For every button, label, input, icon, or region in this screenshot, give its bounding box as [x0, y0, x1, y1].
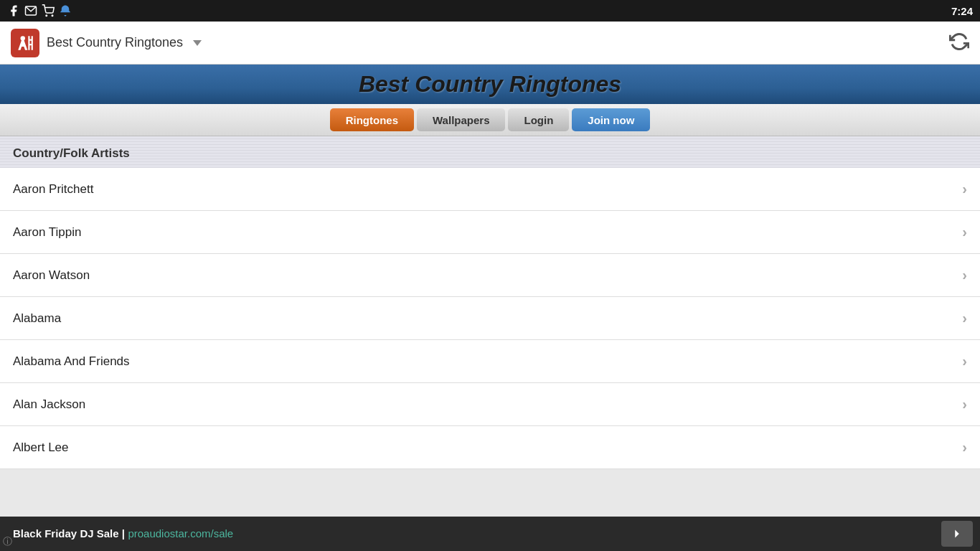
chevron-right-icon: ›	[962, 396, 967, 413]
status-icons	[7, 4, 72, 17]
header-banner: Best Country Ringtones	[0, 65, 980, 104]
toolbar-left: Best Country Ringtones	[11, 29, 202, 57]
nav-bar: Ringtones Wallpapers Login Join now	[0, 104, 980, 136]
chevron-right-icon: ›	[962, 224, 967, 240]
artist-name: Albert Lee	[13, 441, 69, 455]
notification-icon	[59, 4, 72, 17]
artist-row[interactable]: Aaron Tippin ›	[0, 211, 980, 254]
artist-name: Aaron Watson	[13, 268, 90, 283]
svg-point-2	[52, 15, 53, 17]
artist-row[interactable]: Albert Lee ›	[0, 426, 980, 469]
wallpapers-tab[interactable]: Wallpapers	[417, 108, 505, 131]
artist-name: Aaron Pritchett	[13, 182, 93, 197]
artist-name: Alabama	[13, 311, 61, 326]
ad-forward-button[interactable]	[941, 521, 973, 547]
ringtones-tab[interactable]: Ringtones	[330, 108, 414, 131]
refresh-icon	[949, 32, 969, 52]
info-icon: ⓘ	[3, 535, 12, 548]
forward-arrow-icon	[949, 526, 965, 542]
artist-list: Aaron Pritchett › Aaron Tippin › Aaron W…	[0, 168, 980, 469]
cart-icon	[42, 4, 55, 17]
login-tab[interactable]: Login	[508, 108, 569, 131]
artist-name: Alan Jackson	[13, 397, 85, 412]
email-icon	[24, 4, 37, 17]
joinnow-button[interactable]: Join now	[572, 108, 650, 131]
refresh-button[interactable]	[949, 32, 969, 55]
section-title: Country/Folk Artists	[13, 146, 130, 160]
ad-text-container: Black Friday DJ Sale | proaudiostar.com/…	[13, 527, 233, 540]
app-toolbar: Best Country Ringtones	[0, 22, 980, 65]
app-title: Best Country Ringtones	[47, 35, 183, 50]
artist-name: Aaron Tippin	[13, 225, 81, 240]
banner-title: Best Country Ringtones	[359, 71, 621, 98]
section-header: Country/Folk Artists	[0, 136, 980, 168]
ad-text: Black Friday DJ Sale |	[13, 527, 125, 540]
artist-row[interactable]: Alabama And Friends ›	[0, 340, 980, 383]
svg-point-1	[46, 15, 47, 17]
ad-link[interactable]: proaudiostar.com/sale	[128, 527, 233, 540]
artist-row[interactable]: Aaron Pritchett ›	[0, 168, 980, 211]
chevron-right-icon: ›	[962, 310, 967, 326]
dropdown-arrow-icon[interactable]	[193, 40, 202, 46]
status-bar: 7:24	[0, 0, 980, 22]
artist-row[interactable]: Alabama ›	[0, 297, 980, 340]
ad-bar: Black Friday DJ Sale | proaudiostar.com/…	[0, 517, 980, 551]
facebook-icon	[7, 4, 20, 17]
artist-name: Alabama And Friends	[13, 354, 130, 369]
app-icon-image	[16, 34, 34, 52]
chevron-right-icon: ›	[962, 439, 967, 456]
artist-row[interactable]: Aaron Watson ›	[0, 254, 980, 297]
artist-row[interactable]: Alan Jackson ›	[0, 383, 980, 426]
chevron-right-icon: ›	[962, 353, 967, 369]
chevron-right-icon: ›	[962, 267, 967, 283]
status-time: 7:24	[951, 5, 973, 17]
app-icon	[11, 29, 39, 57]
chevron-right-icon: ›	[962, 181, 967, 197]
